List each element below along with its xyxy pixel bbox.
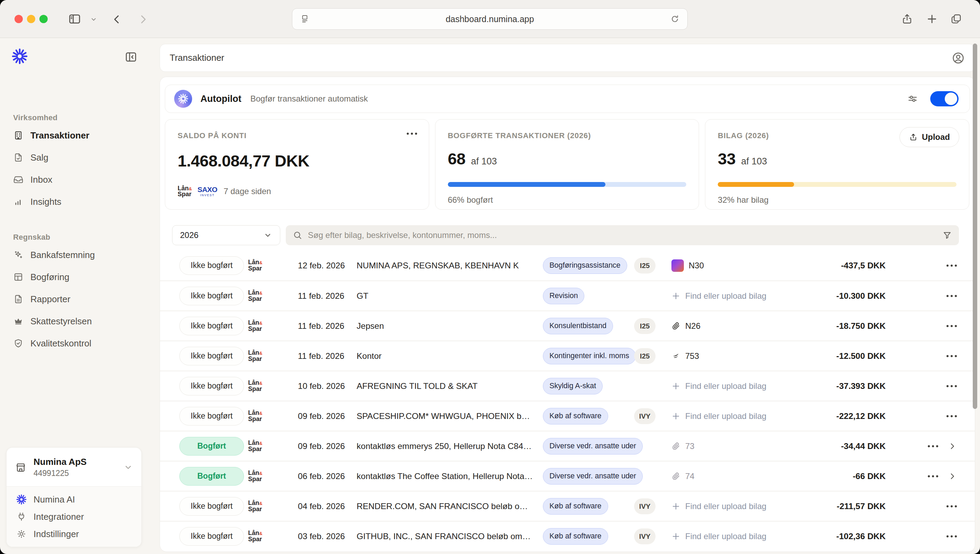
table-row[interactable]: BogførtLån&Spar06 feb. 2026kontaktløs Th… bbox=[160, 461, 975, 491]
zoom-window-button[interactable] bbox=[40, 15, 48, 23]
starburst-icon bbox=[178, 94, 188, 104]
description-cell: kontaktløs The Coffee Station, Hellerup … bbox=[357, 471, 543, 481]
tabs-overview-icon[interactable] bbox=[950, 13, 962, 25]
sidebar-item-inbox[interactable]: Inbox bbox=[0, 169, 157, 191]
find-or-upload-attachment-link[interactable]: Find eller upload bilag bbox=[671, 291, 766, 301]
category-cell: Revision bbox=[543, 288, 634, 304]
sidebar-item-numina-ai[interactable]: Numina AI bbox=[6, 491, 141, 508]
row-menu-button[interactable] bbox=[947, 264, 957, 267]
reload-icon[interactable] bbox=[670, 14, 680, 24]
attachment-number: N26 bbox=[685, 321, 700, 331]
search-input[interactable] bbox=[307, 230, 942, 240]
actions-cell bbox=[905, 415, 957, 417]
bank-cell: Lån&Spar bbox=[248, 500, 281, 513]
attachment-cell: Find eller upload bilag bbox=[671, 411, 803, 421]
table-row[interactable]: Ikke bogførtLån&Spar10 feb. 2026AFREGNIN… bbox=[160, 371, 975, 401]
row-menu-button[interactable] bbox=[947, 535, 957, 537]
sidebar-item-label: Insights bbox=[30, 196, 62, 207]
sidebar-item-label: Bogføring bbox=[30, 272, 70, 283]
status-cell: Bogført bbox=[179, 437, 244, 455]
chevron-right-icon[interactable] bbox=[948, 442, 957, 451]
find-or-upload-attachment-link[interactable]: Find eller upload bilag bbox=[671, 411, 766, 421]
table-row[interactable]: Ikke bogførtLån&Spar03 feb. 2026GITHUB, … bbox=[160, 521, 975, 551]
sidebar-item-transaktioner[interactable]: Transaktioner bbox=[0, 124, 157, 146]
description-cell: Kontor bbox=[357, 351, 543, 361]
table-row[interactable]: Ikke bogførtLån&Spar11 feb. 2026JepsenKo… bbox=[160, 310, 975, 341]
tax-cell: I25 bbox=[634, 348, 667, 364]
account-switcher[interactable]: Numina ApS 44991225 bbox=[6, 447, 141, 486]
row-menu-button[interactable] bbox=[947, 325, 957, 327]
row-menu-button[interactable] bbox=[947, 295, 957, 297]
actions-cell bbox=[905, 264, 957, 267]
attachment-cell: Find eller upload bilag bbox=[671, 532, 803, 541]
reader-icon[interactable] bbox=[300, 14, 310, 24]
plus-icon bbox=[671, 382, 680, 391]
find-or-upload-attachment-link[interactable]: Find eller upload bilag bbox=[671, 501, 766, 511]
chevron-right-icon[interactable] bbox=[948, 472, 957, 481]
find-or-upload-attachment-link[interactable]: Find eller upload bilag bbox=[671, 532, 766, 541]
row-menu-button[interactable] bbox=[928, 445, 938, 447]
forward-button[interactable] bbox=[137, 14, 148, 25]
sidebar-sections: VirksomhedTransaktionerSalgInboxInsights… bbox=[0, 113, 157, 354]
date-cell: 03 feb. 2026 bbox=[298, 532, 351, 541]
sidebar-item-skattestyrelsen[interactable]: Skattestyrelsen bbox=[0, 310, 157, 332]
sidebar-section: VirksomhedTransaktionerSalgInboxInsights bbox=[0, 113, 157, 213]
table-row[interactable]: BogførtLån&Spar09 feb. 2026kontaktløs em… bbox=[160, 431, 975, 461]
collapse-sidebar-button[interactable] bbox=[124, 51, 137, 64]
find-or-upload-attachment-link[interactable]: Find eller upload bilag bbox=[671, 381, 766, 391]
posted-caption: 66% bogført bbox=[448, 195, 687, 205]
attachment-thumbnail[interactable] bbox=[671, 259, 684, 272]
table-row[interactable]: Ikke bogførtLån&Spar11 feb. 2026KontorKo… bbox=[160, 341, 975, 371]
bank-logo: Lån&Spar bbox=[178, 185, 192, 197]
saldo-card-menu-button[interactable] bbox=[407, 133, 417, 135]
row-menu-button[interactable] bbox=[928, 475, 938, 477]
sidebar-item-insights[interactable]: Insights bbox=[0, 191, 157, 213]
sparkles-icon bbox=[13, 250, 24, 260]
year-select[interactable]: 2026 bbox=[172, 225, 280, 245]
sidebar-item-rapporter[interactable]: Rapporter bbox=[0, 288, 157, 310]
attachment-link-label: Find eller upload bilag bbox=[685, 532, 766, 541]
autopilot-settings-icon[interactable] bbox=[907, 93, 918, 105]
user-circle-icon[interactable] bbox=[951, 51, 965, 65]
date-cell: 11 feb. 2026 bbox=[298, 321, 351, 331]
sidebar-item-kvalitetskontrol[interactable]: Kvalitetskontrol bbox=[0, 332, 157, 354]
upload-button[interactable]: Upload bbox=[899, 127, 959, 147]
row-menu-button[interactable] bbox=[947, 415, 957, 417]
table-row[interactable]: Ikke bogførtLån&Spar04 feb. 2026RENDER.C… bbox=[160, 491, 975, 521]
plus-icon bbox=[671, 291, 680, 301]
table-row[interactable]: Ikke bogførtLån&Spar11 feb. 2026GTRevisi… bbox=[160, 280, 975, 310]
tax-code-badge: I25 bbox=[634, 348, 655, 364]
autopilot-toggle[interactable] bbox=[930, 91, 959, 107]
new-tab-icon[interactable] bbox=[926, 13, 938, 25]
attachments-card: BILAG (2026) Upload 33 af 103 32% har bi… bbox=[705, 119, 969, 210]
minimize-window-button[interactable] bbox=[27, 15, 35, 23]
close-window-button[interactable] bbox=[14, 15, 23, 23]
status-badge: Ikke bogført bbox=[179, 497, 244, 516]
year-select-value: 2026 bbox=[180, 230, 198, 240]
sidebar-item-salg[interactable]: Salg bbox=[0, 146, 157, 169]
status-badge: Ikke bogført bbox=[179, 527, 244, 546]
sidebar-toggle-icon[interactable] bbox=[68, 12, 81, 26]
sidebar-item-bankafstemning[interactable]: Bankafstemning bbox=[0, 244, 157, 266]
share-icon[interactable] bbox=[901, 13, 913, 25]
back-button[interactable] bbox=[111, 14, 122, 25]
table-row[interactable]: Ikke bogførtLån&Spar12 feb. 2026NUMINA A… bbox=[160, 250, 975, 280]
table-row[interactable]: Ikke bogførtLån&Spar09 feb. 2026SPACESHI… bbox=[160, 401, 975, 431]
status-cell: Ikke bogført bbox=[179, 287, 244, 305]
vertical-scrollbar[interactable] bbox=[973, 43, 977, 409]
address-bar[interactable]: dashboard.numina.app bbox=[292, 8, 688, 30]
filter-icon[interactable] bbox=[942, 230, 952, 240]
sidebar-item-indstillinger[interactable]: Indstillinger bbox=[6, 525, 141, 543]
status-badge: Ikke bogført bbox=[179, 347, 244, 365]
row-menu-button[interactable] bbox=[947, 355, 957, 357]
plus-icon bbox=[671, 412, 680, 421]
row-menu-button[interactable] bbox=[947, 505, 957, 507]
tax-code-badge: I25 bbox=[634, 258, 655, 274]
toolbar-chevron-down-icon[interactable] bbox=[90, 16, 97, 23]
actions-cell bbox=[905, 325, 957, 327]
sidebar-item-bogføring[interactable]: Bogføring bbox=[0, 266, 157, 288]
sidebar-item-label: Salg bbox=[30, 152, 48, 163]
sidebar-item-integrationer[interactable]: Integrationer bbox=[6, 508, 141, 525]
row-menu-button[interactable] bbox=[947, 385, 957, 387]
description-cell: Jepsen bbox=[357, 321, 543, 331]
